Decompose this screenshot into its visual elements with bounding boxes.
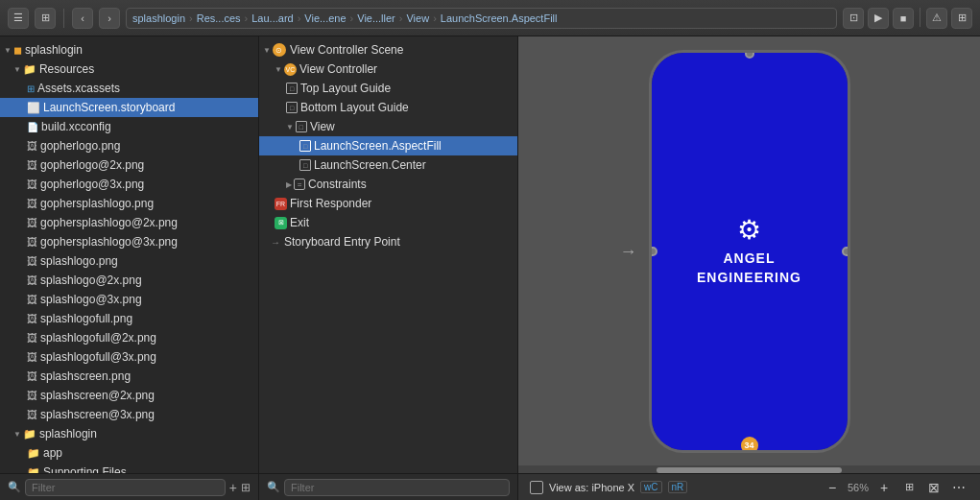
scene-item-label: View Controller — [299, 62, 377, 76]
breadcrumb-sep-1: › — [189, 12, 193, 24]
view-as-section: View as: iPhone X wC nR — [530, 481, 687, 494]
inspect-btn[interactable]: ⊠ — [924, 478, 944, 497]
tree-item-splashlogin-root[interactable]: ▼ ◼ splashlogin — [0, 40, 258, 60]
scheme-btn[interactable]: ⊡ — [843, 8, 864, 29]
tree-item-build[interactable]: 📄 build.xcconfig — [0, 117, 258, 136]
file-navigator: ▼ ◼ splashlogin ▼ 📁 Resources ⊞ Assets.x… — [0, 36, 259, 500]
sidebar-add-btn[interactable]: + — [229, 480, 237, 495]
view-icon: □ — [299, 159, 311, 171]
tree-item-splashlogofull2x[interactable]: 🖼 splashlogofull@2x.png — [0, 328, 258, 347]
breadcrumb[interactable]: splashlogin › Res...ces › Lau...ard › Vi… — [126, 8, 837, 29]
run-btn[interactable]: ▶ — [868, 8, 889, 29]
tree-item-gophersplash[interactable]: 🖼 gophersplashlogo.png — [0, 194, 258, 213]
tree-item-splashscreen2x[interactable]: 🖼 splashscreen@2x.png — [0, 386, 258, 405]
scene-item-vc[interactable]: ▼ VC View Controller — [259, 60, 517, 79]
scene-item-constraints[interactable]: ▶ = Constraints — [259, 175, 517, 194]
canvas-horizontal-scrollbar[interactable] — [518, 465, 980, 473]
phone-screen: ⚙ ANGEL ENGINEERING — [652, 53, 848, 450]
scene-item-bottom-layout[interactable]: □ Bottom Layout Guide — [259, 98, 517, 117]
tree-item-splashscreen[interactable]: 🖼 splashscreen.png — [0, 367, 258, 386]
sidebar-filter-input[interactable] — [25, 479, 226, 496]
breadcrumb-sep-2: › — [245, 12, 249, 24]
scrollbar-thumb[interactable] — [657, 467, 841, 473]
view-icon: □ — [299, 140, 311, 152]
tree-item-splashscreen3x[interactable]: 🖼 splashscreen@3x.png — [0, 405, 258, 424]
image-icon: 🖼 — [27, 390, 37, 401]
new-file-btn[interactable]: ⊞ — [35, 8, 56, 29]
image-icon: 🖼 — [27, 198, 37, 209]
company-name-line2: ENGINEERING — [697, 269, 801, 288]
tree-item-splashlogofull[interactable]: 🖼 splashlogofull.png — [0, 309, 258, 328]
zoom-out-btn[interactable]: − — [823, 478, 842, 497]
tree-item-splashlogin-group[interactable]: ▼ 📁 splashlogin — [0, 424, 258, 443]
tree-item-supporting[interactable]: 📁 Supporting Files — [0, 463, 258, 473]
phone-frame[interactable]: ⚙ ANGEL ENGINEERING 34 — [649, 50, 850, 453]
scene-item-exit[interactable]: ⊠ Exit — [259, 213, 517, 232]
sidebar-options-btn[interactable]: ⊞ — [241, 481, 251, 494]
image-icon: 🖼 — [27, 332, 37, 344]
sidebar-toggle-btn[interactable]: ☰ — [8, 8, 29, 29]
tree-item-splashlogo3x[interactable]: 🖼 splashlogo@3x.png — [0, 290, 258, 309]
tree-item-launchscreen[interactable]: ⬜ LaunchScreen.storyboard — [0, 98, 258, 117]
scene-filter-input[interactable] — [284, 479, 510, 496]
more-btn[interactable]: ⋯ — [949, 478, 968, 497]
view-toggle-btn[interactable]: ⊞ — [951, 8, 972, 29]
tree-item-resources[interactable]: ▼ 📁 Resources — [0, 60, 258, 79]
tree-item-gopherlogo2x[interactable]: 🖼 gopherlogo@2x.png — [0, 155, 258, 175]
tree-item-splashlogo[interactable]: 🖼 splashlogo.png — [0, 251, 258, 271]
forward-btn[interactable]: › — [99, 8, 120, 29]
tree-item-assets[interactable]: ⊞ Assets.xcassets — [0, 79, 258, 98]
breadcrumb-item-1[interactable]: splashlogin — [132, 12, 185, 24]
scene-item-center[interactable]: □ LaunchScreen.Center — [259, 155, 517, 175]
breadcrumb-item-5[interactable]: Vie...ller — [357, 12, 395, 24]
company-name-line1: ANGEL — [697, 250, 801, 269]
breadcrumb-item-7[interactable]: LaunchScreen.AspectFill — [441, 12, 558, 24]
zoom-in-btn[interactable]: + — [874, 478, 894, 497]
tree-item-label: splashlogofull@2x.png — [40, 331, 156, 345]
tree-item-gophersplash3x[interactable]: 🖼 gophersplashlogo@3x.png — [0, 232, 258, 251]
breadcrumb-item-2[interactable]: Res...ces — [197, 12, 241, 24]
stop-btn[interactable]: ■ — [893, 8, 914, 29]
view-icon: □ — [296, 121, 307, 132]
breadcrumb-item-3[interactable]: Lau...ard — [251, 12, 293, 24]
tree-item-splashlogo2x[interactable]: 🖼 splashlogo@2x.png — [0, 271, 258, 290]
canvas-content[interactable]: → ⚙ ANGEL ENGINEERING 34 — [518, 36, 980, 465]
scene-item-first-responder[interactable]: FR First Responder — [259, 194, 517, 213]
scene-item-entry-point[interactable]: → Storyboard Entry Point — [259, 232, 517, 251]
view-as-wc-badge: wC — [640, 481, 661, 493]
storyboard-icon: ⬜ — [27, 102, 40, 114]
constraint-badge: 34 — [741, 437, 758, 453]
scene-item-label: Storyboard Entry Point — [284, 235, 400, 249]
scene-item-view[interactable]: ▼ □ View — [259, 117, 517, 136]
scene-bottom: 🔍 — [259, 473, 517, 500]
tree-item-gopherlogo3x[interactable]: 🖼 gopherlogo@3x.png — [0, 175, 258, 194]
scene-item-label: View — [310, 120, 335, 133]
back-btn[interactable]: ‹ — [72, 8, 93, 29]
canvas-bottom-bar: View as: iPhone X wC nR − 56% + ⊞ ⊠ ⋯ — [518, 473, 980, 500]
tree-item-gophersplash2x[interactable]: 🖼 gophersplashlogo@2x.png — [0, 213, 258, 232]
expand-triangle: ▼ — [286, 123, 294, 131]
image-icon: 🖼 — [27, 313, 37, 324]
breadcrumb-sep-3: › — [298, 12, 301, 24]
breadcrumb-item-4[interactable]: Vie...ene — [304, 12, 346, 24]
image-icon: 🖼 — [27, 236, 37, 248]
tree-item-label: gophersplashlogo@3x.png — [40, 235, 178, 249]
tree-item-gopherlogo[interactable]: 🖼 gopherlogo.png — [0, 136, 258, 155]
entry-arrow-icon: → — [271, 237, 280, 248]
tree-item-splashlogofull3x[interactable]: 🖼 splashlogofull@3x.png — [0, 347, 258, 367]
tree-item-label: splashscreen@3x.png — [40, 408, 155, 421]
tree-item-label: gophersplashlogo.png — [40, 197, 154, 210]
viewcontroller-icon: VC — [284, 63, 297, 76]
tree-item-label: splashlogofull.png — [40, 312, 132, 325]
tree-item-app[interactable]: 📁 app — [0, 443, 258, 463]
scene-item-vc-scene[interactable]: ▼ ⊙ View Controller Scene — [259, 40, 517, 60]
fit-view-btn[interactable]: ⊞ — [899, 478, 919, 497]
config-icon: 📄 — [27, 122, 38, 132]
resize-handle-right[interactable] — [842, 247, 850, 256]
folder-icon: 📁 — [23, 63, 36, 76]
warning-btn[interactable]: ⚠ — [926, 8, 947, 29]
breadcrumb-item-6[interactable]: View — [406, 12, 429, 24]
scene-item-top-layout[interactable]: □ Top Layout Guide — [259, 79, 517, 98]
scene-item-aspect-fill[interactable]: □ LaunchScreen.AspectFill — [259, 136, 517, 155]
tree-item-label: gopherlogo.png — [40, 139, 120, 153]
